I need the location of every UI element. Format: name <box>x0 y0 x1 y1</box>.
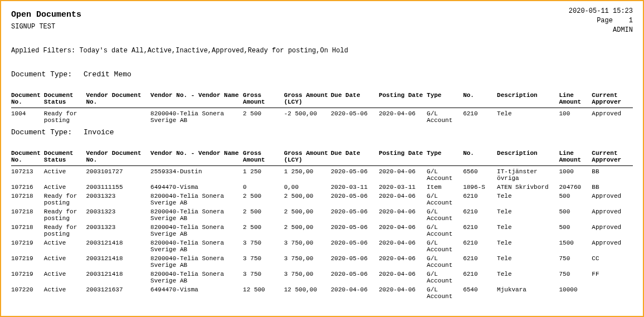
cell-doc_no: 107218 <box>11 223 44 238</box>
cell-doc_status: Ready for posting <box>44 192 86 207</box>
cell-gross: 0 <box>243 183 284 192</box>
table-row: 107219Active20031214188200040-Telia Sone… <box>11 238 633 254</box>
filters-value: Today's date All,Active,Inactive,Approve… <box>79 47 348 55</box>
cell-description: Tele <box>497 270 559 285</box>
column-header-vendor: Vendor No. - Vendor Name <box>150 91 243 108</box>
cell-vendor: 8200040-Telia Sonera Sverige AB <box>150 207 243 223</box>
column-header-vendor: Vendor No. - Vendor Name <box>150 149 243 166</box>
page-number: 1 <box>629 17 633 25</box>
cell-type: G/L Account <box>427 270 463 285</box>
cell-approver: Approved <box>592 192 633 207</box>
cell-posting_date: 2020-04-06 <box>379 254 427 270</box>
cell-gross_lcy: 2 500,00 <box>284 192 331 207</box>
cell-description: Tele <box>497 223 559 238</box>
cell-posting_date: 2020-04-06 <box>379 207 427 223</box>
cell-doc_status: Active <box>44 183 86 192</box>
cell-line_amount: 750 <box>559 270 592 285</box>
cell-gross: 3 750 <box>243 254 284 270</box>
cell-vendor_doc_no: 2003121637 <box>86 285 151 301</box>
cell-doc_status: Active <box>44 254 86 270</box>
cell-approver: Approved <box>592 207 633 223</box>
table-row: 107218Ready for posting200313238200040-T… <box>11 207 633 223</box>
cell-type: Item <box>427 183 463 192</box>
cell-approver: BB <box>592 166 633 183</box>
cell-vendor: 8200040-Telia Sonera Sverige AB <box>150 238 243 254</box>
cell-doc_no: 107213 <box>11 166 44 183</box>
cell-vendor_doc_no: 20031323 <box>86 192 151 207</box>
cell-doc_status: Ready for posting <box>44 207 86 223</box>
cell-doc_no: 107216 <box>11 183 44 192</box>
column-header-description: Description <box>497 149 559 166</box>
cell-no: 6210 <box>463 108 497 125</box>
cell-posting_date: 2020-03-11 <box>379 183 427 192</box>
column-header-no: No. <box>463 91 497 108</box>
cell-doc_no: 107220 <box>11 285 44 301</box>
table-row: 107213Active20031017272559334-Dustin1 25… <box>11 166 633 183</box>
cell-type: G/L Account <box>427 238 463 254</box>
cell-due_date: 2020-05-06 <box>331 223 379 238</box>
cell-description: Tele <box>497 238 559 254</box>
document-type-heading: Document Type:Invoice <box>11 128 633 136</box>
column-header-line_amount: Line Amount <box>559 149 592 166</box>
cell-vendor: 6494470-Visma <box>150 285 243 301</box>
report-timestamp: 2020-05-11 15:23 <box>569 7 633 16</box>
cell-type: G/L Account <box>427 254 463 270</box>
cell-due_date: 2020-04-06 <box>331 285 379 301</box>
cell-doc_status: Active <box>44 270 86 285</box>
table-row: 107220Active20031216376494470-Visma12 50… <box>11 285 633 301</box>
cell-no: 6210 <box>463 207 497 223</box>
cell-line_amount: 10000 <box>559 285 592 301</box>
cell-vendor: 2559334-Dustin <box>150 166 243 183</box>
column-header-gross_lcy: Gross Amount (LCY) <box>284 91 331 108</box>
cell-posting_date: 2020-04-06 <box>379 192 427 207</box>
cell-posting_date: 2020-04-06 <box>379 285 427 301</box>
column-header-doc_status: Document Status <box>44 149 86 166</box>
cell-line_amount: 750 <box>559 254 592 270</box>
cell-vendor: 8200040-Telia Sonera Sverige AB <box>150 254 243 270</box>
column-header-posting_date: Posting Date <box>379 91 427 108</box>
cell-line_amount: 1500 <box>559 238 592 254</box>
cell-no: 6210 <box>463 238 497 254</box>
cell-vendor: 8200040-Telia Sonera Sverige AB <box>150 270 243 285</box>
cell-no: 6560 <box>463 166 497 183</box>
cell-gross_lcy: 3 750,00 <box>284 238 331 254</box>
cell-vendor_doc_no: 2003121418 <box>86 254 151 270</box>
documents-table: Document No.Document StatusVendor Docume… <box>11 91 633 125</box>
documents-table: Document No.Document StatusVendor Docume… <box>11 149 633 301</box>
cell-description: Tele <box>497 254 559 270</box>
cell-line_amount: 500 <box>559 207 592 223</box>
page-title: Open Documents <box>11 10 81 19</box>
column-header-gross: Gross Amount <box>243 91 284 108</box>
cell-line_amount: 500 <box>559 192 592 207</box>
cell-gross: 12 500 <box>243 285 284 301</box>
cell-vendor_doc_no: 20031323 <box>86 207 151 223</box>
report-header: Open Documents SIGNUP TEST 2020-05-11 15… <box>11 7 633 35</box>
cell-gross: 2 500 <box>243 207 284 223</box>
document-type-value: Invoice <box>84 128 114 136</box>
column-header-posting_date: Posting Date <box>379 149 427 166</box>
cell-vendor_doc_no: 2003101727 <box>86 166 151 183</box>
column-header-gross: Gross Amount <box>243 149 284 166</box>
column-header-approver: Current Approver <box>592 149 633 166</box>
cell-gross: 2 500 <box>243 223 284 238</box>
cell-gross: 2 500 <box>243 192 284 207</box>
cell-no: 6210 <box>463 270 497 285</box>
applied-filters: Applied Filters: Today's date All,Active… <box>11 47 633 55</box>
cell-due_date: 2020-05-06 <box>331 238 379 254</box>
cell-line_amount: 500 <box>559 223 592 238</box>
cell-doc_status: Ready for posting <box>44 223 86 238</box>
cell-due_date: 2020-05-06 <box>331 166 379 183</box>
table-row: 107218Ready for posting200313238200040-T… <box>11 192 633 207</box>
column-header-doc_no: Document No. <box>11 91 44 108</box>
cell-vendor: 8200040-Telia Sonera Sverige AB <box>150 223 243 238</box>
cell-doc_no: 107219 <box>11 254 44 270</box>
cell-gross: 2 500 <box>243 108 284 125</box>
report-meta: 2020-05-11 15:23 Page 1 ADMIN <box>569 7 633 35</box>
cell-type: G/L Account <box>427 207 463 223</box>
filters-label: Applied Filters: <box>11 47 75 55</box>
cell-gross_lcy: 3 750,00 <box>284 254 331 270</box>
column-header-gross_lcy: Gross Amount (LCY) <box>284 149 331 166</box>
cell-gross_lcy: 2 500,00 <box>284 223 331 238</box>
cell-line_amount: 204760 <box>559 183 592 192</box>
cell-vendor: 8200040-Telia Sonera Sverige AB <box>150 192 243 207</box>
